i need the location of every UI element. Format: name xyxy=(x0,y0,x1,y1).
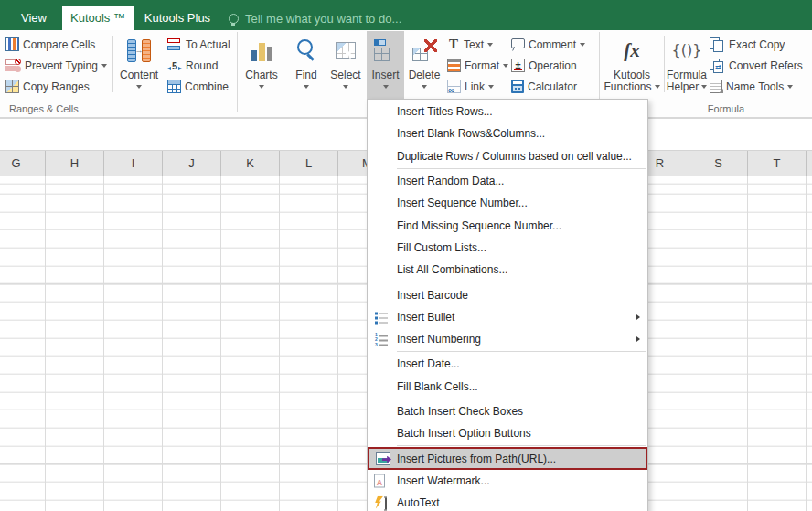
chevron-down-icon xyxy=(503,64,508,68)
operation-label: Operation xyxy=(529,59,577,72)
menu-item[interactable]: Insert Date... xyxy=(368,353,647,375)
link-button[interactable]: Link xyxy=(445,77,496,96)
link-label: Link xyxy=(465,80,485,93)
tell-me-box[interactable]: Tell me what you want to do... xyxy=(229,6,401,30)
copy-ranges-button[interactable]: Copy Ranges xyxy=(4,77,91,96)
menu-item[interactable]: Insert Watermark... xyxy=(368,470,647,492)
menu-item-label: Insert Titles Rows... xyxy=(397,105,493,118)
chevron-down-icon xyxy=(701,85,707,89)
menu-item[interactable]: Insert Barcode xyxy=(368,283,647,305)
insert-picture-icon xyxy=(376,452,390,465)
lightbulb-icon xyxy=(229,14,239,24)
find-label: Find xyxy=(295,69,316,81)
link-icon xyxy=(447,80,461,93)
convert-refers-label: Convert Refers xyxy=(729,59,803,72)
chevron-down-icon xyxy=(487,43,493,47)
format-icon xyxy=(447,59,461,72)
chevron-down-icon xyxy=(343,85,348,89)
operation-button[interactable]: ± Operation xyxy=(509,56,579,75)
chevron-down-icon xyxy=(383,85,389,89)
convert-refers-icon xyxy=(710,59,725,73)
name-tools-icon xyxy=(710,80,722,93)
menu-item[interactable]: Insert Blank Rows&Columns... xyxy=(368,122,647,144)
column-header[interactable]: G xyxy=(0,151,46,176)
tab-kutools-plus[interactable]: Kutools Plus xyxy=(139,6,216,30)
copy-ranges-label: Copy Ranges xyxy=(23,80,90,93)
menu-item[interactable]: Batch Insert Check Boxes xyxy=(368,400,647,422)
prevent-typing-button[interactable]: Prevent Typing xyxy=(4,56,109,75)
menu-item[interactable]: Insert Titles Rows... xyxy=(368,101,647,122)
comment-button[interactable]: Comment xyxy=(509,35,587,54)
tab-view[interactable]: View xyxy=(11,6,57,30)
kutools-functions-label-1: Kutools xyxy=(614,69,650,81)
insert-label: Insert xyxy=(371,69,399,81)
exact-copy-label: Exact Copy xyxy=(729,38,785,51)
menu-item-label: Insert Numbering xyxy=(397,333,481,346)
column-header[interactable]: H xyxy=(46,151,104,176)
menu-item[interactable]: Fill Blank Cells... xyxy=(368,376,647,398)
column-header[interactable]: S xyxy=(689,151,748,176)
chevron-down-icon xyxy=(259,85,264,89)
column-header[interactable]: L xyxy=(280,151,338,176)
menu-item[interactable]: Insert Pictures from Path(URL)... xyxy=(368,447,647,469)
select-button[interactable]: Select xyxy=(326,31,366,99)
menu-separator xyxy=(397,168,646,169)
ribbon-separator xyxy=(112,36,113,92)
menu-item[interactable]: Insert Random Data... xyxy=(368,170,647,192)
tab-kutools[interactable]: Kutools ™ xyxy=(62,6,134,30)
delete-button[interactable]: Delete xyxy=(405,31,443,99)
text-icon: T xyxy=(447,37,460,51)
calculator-button[interactable]: Calculator xyxy=(509,77,579,96)
ribbon-group-separator xyxy=(237,32,238,112)
combine-icon xyxy=(167,80,181,93)
column-header[interactable]: K xyxy=(221,151,280,176)
round-button[interactable]: 5 Round xyxy=(166,56,219,75)
text-button[interactable]: T Text xyxy=(445,35,495,54)
delete-label: Delete xyxy=(409,69,441,81)
menu-item[interactable]: AutoText xyxy=(368,492,647,511)
to-actual-button[interactable]: To Actual xyxy=(166,35,232,54)
menu-item[interactable]: Fill Custom Lists... xyxy=(368,237,647,259)
menu-item[interactable]: Duplicate Rows / Columns based on cell v… xyxy=(368,145,647,167)
compare-cells-icon xyxy=(5,37,19,51)
exact-copy-button[interactable]: Exact Copy xyxy=(708,35,786,54)
combine-label: Combine xyxy=(185,80,229,93)
column-header[interactable]: T xyxy=(748,151,807,176)
autotext-icon xyxy=(374,496,389,510)
menu-item-label: Insert Pictures from Path(URL)... xyxy=(397,452,556,465)
menu-item-label: Insert Sequence Number... xyxy=(397,197,528,209)
column-header[interactable]: J xyxy=(163,151,221,176)
numbered-list-icon xyxy=(374,333,389,346)
ribbon-tab-bar: View Kutools ™ Kutools Plus Tell me what… xyxy=(0,0,812,30)
menu-item[interactable]: Insert Numbering xyxy=(368,328,647,350)
formula-helper-button[interactable]: {()} Formula Helper xyxy=(666,31,708,99)
excel-window: View Kutools ™ Kutools Plus Tell me what… xyxy=(0,0,812,511)
name-tools-button[interactable]: Name Tools xyxy=(708,77,795,96)
comment-icon xyxy=(511,38,525,48)
menu-item[interactable]: Batch Insert Option Buttons xyxy=(368,422,647,444)
menu-separator xyxy=(397,351,646,352)
menu-item[interactable]: Find Missing Sequence Number... xyxy=(368,214,647,236)
format-button[interactable]: Format xyxy=(445,56,510,75)
compare-cells-button[interactable]: Compare Cells xyxy=(4,35,97,54)
kutools-functions-button[interactable]: fx Kutools Functions xyxy=(601,31,663,99)
name-tools-label: Name Tools xyxy=(726,80,784,93)
insert-button[interactable]: Insert xyxy=(367,31,404,99)
compare-cells-label: Compare Cells xyxy=(23,38,95,51)
menu-item[interactable]: Insert Sequence Number... xyxy=(368,192,647,214)
combine-button[interactable]: Combine xyxy=(166,77,230,96)
charts-button[interactable]: Charts xyxy=(240,31,283,99)
column-header[interactable]: I xyxy=(104,151,163,176)
watermark-icon xyxy=(374,474,385,487)
menu-item[interactable]: List All Combinations... xyxy=(368,259,647,281)
menu-item-label: Find Missing Sequence Number... xyxy=(397,219,561,232)
chevron-down-icon xyxy=(655,85,660,89)
menu-item-label: Duplicate Rows / Columns based on cell v… xyxy=(397,150,632,163)
find-button[interactable]: Find xyxy=(286,31,326,99)
chevron-down-icon xyxy=(304,85,309,89)
formula-helper-label-2: Helper xyxy=(667,80,699,93)
convert-refers-button[interactable]: Convert Refers xyxy=(708,56,805,75)
content-button[interactable]: → Content xyxy=(115,31,163,99)
menu-item[interactable]: Insert Bullet xyxy=(368,306,647,328)
content-icon: → xyxy=(126,38,152,62)
